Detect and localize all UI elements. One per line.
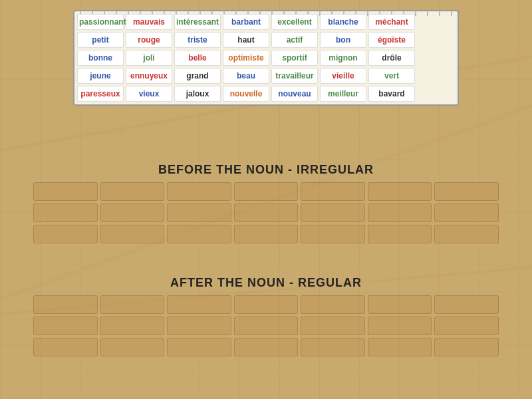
after-drop-cell[interactable] <box>301 317 365 335</box>
after-drop-grid <box>33 295 499 356</box>
word-card[interactable]: bon <box>320 32 366 48</box>
word-card[interactable]: méchant <box>368 14 415 30</box>
word-card[interactable]: vert <box>368 68 415 84</box>
before-drop-grid <box>33 182 499 243</box>
after-drop-cell[interactable] <box>234 317 299 335</box>
word-card[interactable]: travailleur <box>271 68 318 84</box>
after-drop-cell[interactable] <box>368 295 432 314</box>
after-drop-cell[interactable] <box>100 338 165 356</box>
before-drop-cell[interactable] <box>434 203 499 222</box>
word-card[interactable]: sportif <box>271 50 318 66</box>
after-drop-cell[interactable] <box>33 338 98 356</box>
word-card[interactable]: drôle <box>368 50 415 66</box>
after-drop-cell[interactable] <box>301 338 365 356</box>
after-drop-cell[interactable] <box>167 317 231 335</box>
after-drop-cell[interactable] <box>368 317 432 335</box>
word-card[interactable]: nouvelle <box>223 86 269 102</box>
word-card[interactable]: vieux <box>126 86 172 102</box>
word-card[interactable]: excellent <box>271 14 318 30</box>
before-drop-cell[interactable] <box>100 182 165 201</box>
before-drop-cell[interactable] <box>434 225 499 243</box>
word-card[interactable]: triste <box>174 32 221 48</box>
word-card[interactable]: vieille <box>320 68 366 84</box>
word-card[interactable]: blanche <box>320 14 366 30</box>
before-drop-cell[interactable] <box>33 182 98 201</box>
after-drop-cell[interactable] <box>234 295 299 314</box>
before-drop-cell[interactable] <box>234 225 299 243</box>
before-drop-cell[interactable] <box>301 203 365 222</box>
before-drop-cell[interactable] <box>434 182 499 201</box>
word-card[interactable]: égoïste <box>368 32 415 48</box>
word-card[interactable]: optimiste <box>223 50 269 66</box>
word-card[interactable]: passionnant <box>77 14 124 30</box>
word-card[interactable]: mignon <box>320 50 366 66</box>
word-card[interactable]: beau <box>223 68 269 84</box>
word-card[interactable]: barbant <box>223 14 269 30</box>
word-card[interactable]: petit <box>77 32 124 48</box>
after-section: AFTER THE NOUN - REGULAR <box>33 276 499 356</box>
after-drop-cell[interactable] <box>33 295 98 314</box>
before-drop-cell[interactable] <box>368 182 432 201</box>
after-drop-cell[interactable] <box>167 295 231 314</box>
before-title: BEFORE THE NOUN - IRREGULAR <box>33 163 499 177</box>
word-card[interactable]: nouveau <box>271 86 318 102</box>
after-drop-cell[interactable] <box>167 338 231 356</box>
before-drop-cell[interactable] <box>167 203 231 222</box>
before-drop-cell[interactable] <box>100 225 165 243</box>
after-title: AFTER THE NOUN - REGULAR <box>33 276 499 290</box>
word-card[interactable]: rouge <box>126 32 172 48</box>
after-drop-cell[interactable] <box>434 338 499 356</box>
word-bank: passionnantmauvaisintéressantbarbantexce… <box>73 10 459 106</box>
after-drop-cell[interactable] <box>100 295 165 314</box>
word-card[interactable]: haut <box>223 32 269 48</box>
word-card[interactable]: ennuyeux <box>126 68 172 84</box>
after-drop-cell[interactable] <box>434 317 499 335</box>
after-drop-cell[interactable] <box>33 317 98 335</box>
before-drop-cell[interactable] <box>33 225 98 243</box>
before-drop-cell[interactable] <box>301 225 365 243</box>
word-card[interactable]: jeune <box>77 68 124 84</box>
word-card[interactable]: paresseux <box>77 86 124 102</box>
word-card[interactable]: meilleur <box>320 86 366 102</box>
before-drop-cell[interactable] <box>167 225 231 243</box>
word-card[interactable]: bavard <box>368 86 415 102</box>
before-drop-cell[interactable] <box>301 182 365 201</box>
before-drop-cell[interactable] <box>33 203 98 222</box>
after-drop-cell[interactable] <box>100 317 165 335</box>
after-drop-cell[interactable] <box>301 295 365 314</box>
word-card[interactable]: grand <box>174 68 221 84</box>
word-card[interactable]: bonne <box>77 50 124 66</box>
before-drop-cell[interactable] <box>100 203 165 222</box>
after-drop-cell[interactable] <box>368 338 432 356</box>
word-card[interactable]: mauvais <box>126 14 172 30</box>
before-section: BEFORE THE NOUN - IRREGULAR <box>33 163 499 243</box>
before-drop-cell[interactable] <box>167 182 231 201</box>
word-card[interactable]: joli <box>126 50 172 66</box>
word-card[interactable]: jaloux <box>174 86 221 102</box>
after-drop-cell[interactable] <box>434 295 499 314</box>
word-card[interactable]: intéressant <box>174 14 221 30</box>
word-card[interactable]: belle <box>174 50 221 66</box>
before-drop-cell[interactable] <box>234 203 299 222</box>
after-drop-cell[interactable] <box>234 338 299 356</box>
before-drop-cell[interactable] <box>368 225 432 243</box>
before-drop-cell[interactable] <box>368 203 432 222</box>
word-card[interactable]: actif <box>271 32 318 48</box>
before-drop-cell[interactable] <box>234 182 299 201</box>
